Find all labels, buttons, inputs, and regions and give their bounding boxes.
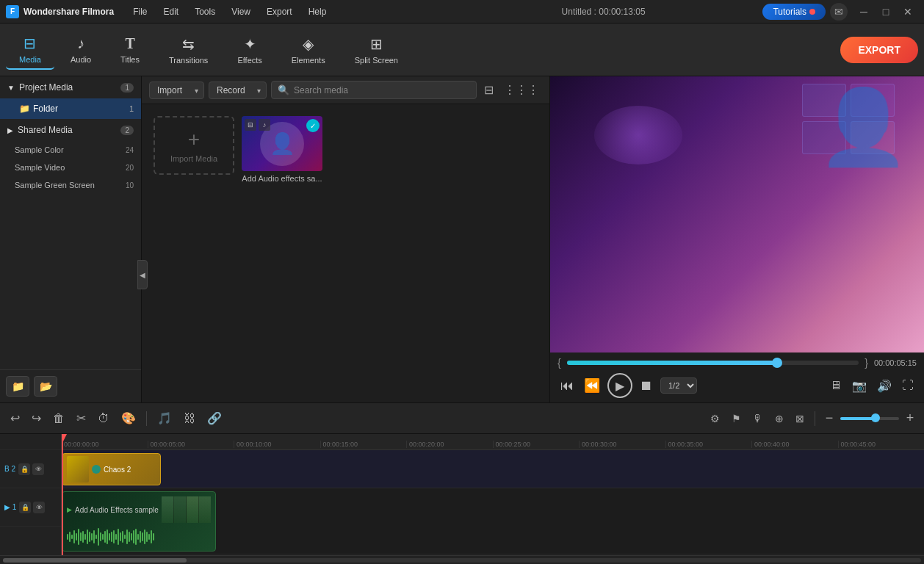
toolbar-audio[interactable]: ♪ Audio: [57, 31, 104, 68]
import-media-box[interactable]: + Import Media: [154, 116, 234, 175]
zoom-out-button[interactable]: −: [821, 411, 837, 427]
record-tl-button[interactable]: 🎙: [748, 410, 768, 427]
logo-icon: F: [6, 5, 19, 18]
track-1-number: ▶ 1: [4, 503, 16, 511]
undo-button[interactable]: ↩: [6, 408, 24, 428]
new-smart-folder-button[interactable]: 📂: [34, 376, 57, 397]
sample-video-item[interactable]: Sample Video 20: [0, 159, 141, 176]
ruler-5: 00:00:25:00: [493, 441, 580, 448]
progress-bar[interactable]: [567, 361, 859, 365]
ruler-8: 00:00:40:00: [751, 441, 838, 448]
horizontal-scrollbar-thumb[interactable]: [3, 558, 187, 563]
redo-button[interactable]: ↪: [27, 408, 46, 428]
frame-back-button[interactable]: ⏪: [581, 375, 603, 397]
menu-help[interactable]: Help: [301, 4, 334, 20]
panel-collapse-button[interactable]: ◀: [137, 260, 148, 289]
volume-button[interactable]: 🔊: [874, 376, 895, 396]
fullscreen-button[interactable]: ⛶: [899, 376, 917, 395]
main-toolbar: ⊟ Media ♪ Audio T Titles ⇆ Transitions ✦…: [0, 24, 924, 76]
bracket-left-icon[interactable]: {: [557, 357, 561, 369]
thumb-icon-0: ⊟: [245, 119, 256, 131]
chaos2-clip[interactable]: Chaos 2 End time:00:00:05:15 Duration:00…: [62, 453, 161, 485]
chain-button[interactable]: 🔗: [203, 408, 226, 428]
screenshot-button[interactable]: 📷: [849, 376, 870, 396]
ruler-3: 00:00:15:00: [320, 441, 407, 448]
wave-6: [80, 532, 82, 541]
track-b2-lock[interactable]: 🔒: [18, 463, 30, 475]
ratio-select[interactable]: 1/2: [660, 377, 697, 394]
toolbar-effects[interactable]: ✦ Effects: [224, 31, 275, 69]
media-panel: Import Record 🔍 ⊟ ⋮⋮⋮ + Import Media: [142, 76, 549, 402]
stop-button[interactable]: ⏹: [637, 375, 656, 397]
sample-green-screen-item[interactable]: Sample Green Screen 10: [0, 176, 141, 194]
wave-4: [76, 533, 77, 540]
monitor-button[interactable]: 🖥: [827, 376, 845, 395]
toolbar-divider-1: [815, 411, 815, 426]
zoom-in-button[interactable]: +: [902, 411, 918, 427]
audio-effects-clip-content: ▶ Add Audio Effects sample: [62, 492, 215, 551]
folder-item[interactable]: 📁 Folder 1: [0, 98, 141, 119]
import-dropdown[interactable]: Import: [149, 82, 204, 99]
menu-tools[interactable]: Tools: [187, 4, 223, 20]
export-button[interactable]: EXPORT: [840, 37, 918, 63]
new-folder-button[interactable]: 📁: [6, 376, 29, 397]
color-button[interactable]: 🎨: [117, 408, 140, 428]
tutorials-button[interactable]: Tutorials: [762, 4, 826, 20]
title-bar: F Wondershare Filmora File Edit Tools Vi…: [0, 0, 924, 24]
app-name: Wondershare Filmora: [24, 7, 114, 17]
cut-button[interactable]: ✂: [72, 408, 90, 428]
grid-view-icon[interactable]: ⋮⋮⋮: [501, 83, 542, 97]
step-back-button[interactable]: ⏮: [557, 375, 577, 397]
zoom-slider[interactable]: [840, 417, 899, 420]
sample-color-item[interactable]: Sample Color 24: [0, 141, 141, 159]
track-1-lock[interactable]: 🔒: [19, 502, 31, 513]
menu-export[interactable]: Export: [259, 4, 300, 20]
shared-media-section[interactable]: ▶ Shared Media 2: [0, 119, 141, 141]
playhead[interactable]: [62, 434, 63, 555]
settings-button[interactable]: ⚙: [706, 410, 724, 427]
audio-button[interactable]: 🎵: [153, 408, 176, 428]
toolbar-titles[interactable]: T Titles: [107, 31, 153, 68]
titles-icon: T: [125, 35, 134, 52]
maximize-button[interactable]: □: [876, 3, 896, 21]
menu-edit[interactable]: Edit: [156, 4, 186, 20]
menu-bar: File Edit Tools View Export Help: [126, 4, 444, 20]
delete-button[interactable]: 🗑: [48, 409, 69, 428]
wave-39: [153, 533, 154, 540]
toolbar-split-screen[interactable]: ⊞ Split Screen: [342, 31, 411, 69]
toolbar-elements[interactable]: ◈ Elements: [278, 31, 339, 69]
wave-10: [89, 532, 90, 542]
filter-icon[interactable]: ⊟: [481, 83, 497, 97]
play-button[interactable]: ▶: [607, 373, 632, 398]
track-b2-eye[interactable]: 👁: [32, 463, 44, 475]
toolbar-media[interactable]: ⊟ Media: [6, 30, 54, 70]
project-media-section[interactable]: ▼ Project Media 1: [0, 76, 141, 98]
mark-button[interactable]: ⚑: [727, 410, 746, 427]
wave-13: [95, 535, 97, 539]
media-thumb-image-0[interactable]: 👤 ⊟ ♪ ✓: [242, 116, 322, 171]
timeline-right-buttons: ⚙ ⚑ 🎙 ⊕ ⊠ − +: [706, 410, 918, 427]
record-dropdown[interactable]: Record: [209, 82, 267, 99]
toolbar-transitions[interactable]: ⇆ Transitions: [156, 31, 221, 69]
snap-button[interactable]: ⊕: [770, 410, 788, 427]
notifications-icon[interactable]: ✉: [830, 3, 848, 21]
speed-button[interactable]: ⏱: [93, 409, 114, 428]
insert-button[interactable]: ⊠: [791, 410, 809, 427]
bracket-right-icon[interactable]: }: [865, 357, 868, 369]
close-button[interactable]: ✕: [898, 3, 918, 21]
wave-37: [148, 534, 150, 540]
wave-19: [109, 533, 110, 540]
audio-effects-clip[interactable]: ▶ Add Audio Effects sample: [62, 491, 216, 552]
import-dropdown-wrap: Import: [149, 82, 204, 99]
search-input[interactable]: [294, 85, 470, 95]
magnet-button[interactable]: ⛓: [179, 409, 200, 428]
minimize-button[interactable]: ─: [853, 3, 874, 21]
timeline-scrollbar[interactable]: [0, 555, 924, 564]
wave-34: [142, 532, 143, 541]
menu-file[interactable]: File: [126, 4, 154, 20]
menu-view[interactable]: View: [224, 4, 258, 20]
project-media-arrow: ▼: [7, 84, 15, 92]
track-1-eye[interactable]: 👁: [33, 502, 45, 513]
sample-color-label: Sample Color: [15, 145, 64, 154]
effects-label: Effects: [237, 56, 261, 65]
